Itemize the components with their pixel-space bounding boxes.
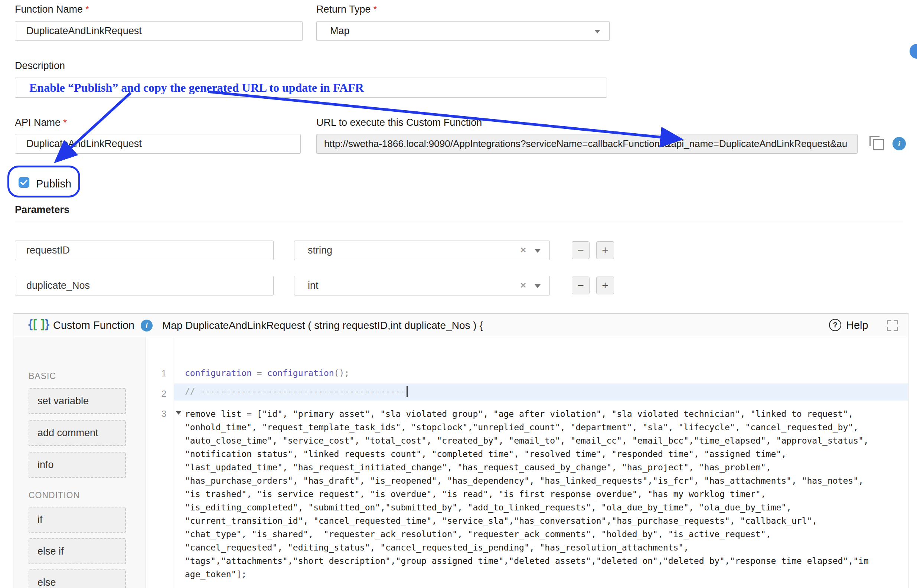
parameters-heading: Parameters <box>15 204 69 216</box>
fullscreen-icon[interactable] <box>887 320 898 331</box>
api-name-input[interactable]: DuplicateAndLinkRequest <box>15 134 301 153</box>
custom-function-icon: {[ ]} <box>28 317 50 331</box>
param-name-input[interactable]: duplicate_Nos <box>15 276 274 296</box>
sidebar-item-else[interactable]: else <box>29 569 126 588</box>
check-icon <box>20 180 27 185</box>
text-cursor <box>407 386 408 397</box>
required-asterisk: * <box>63 117 67 128</box>
chevron-down-icon[interactable] <box>594 30 600 34</box>
code-line-1: configuration = configuration(); <box>185 368 349 378</box>
param-name-input[interactable]: requestID <box>15 241 274 260</box>
help-button[interactable]: Help <box>846 319 869 331</box>
info-icon[interactable]: i <box>893 137 906 150</box>
sidebar-section-basic: BASIC <box>29 371 56 381</box>
sidebar-item-info[interactable]: info <box>29 452 126 478</box>
required-asterisk: * <box>86 4 89 15</box>
arrow-to-url <box>208 92 677 139</box>
line-number: 2 <box>161 389 166 399</box>
publish-checkbox[interactable] <box>19 177 29 188</box>
function-name-label: Function Name* <box>15 4 89 15</box>
param-type-select[interactable]: int ✕ <box>294 276 550 296</box>
editor-sidebar: BASIC set variable add comment info COND… <box>13 337 146 588</box>
function-signature: Map DuplicateAndLinkRequest ( string req… <box>162 320 483 331</box>
url-label: URL to execute this Custom Function <box>316 117 482 128</box>
param-type-select[interactable]: string ✕ <box>294 241 550 260</box>
line-number: 3 <box>161 409 166 419</box>
custom-function-panel: {[ ]} Custom Function i Map DuplicateAnd… <box>13 313 909 588</box>
return-type-select[interactable]: Map <box>316 21 610 41</box>
code-line-2: // -------------------------------------… <box>185 386 408 397</box>
floating-widget-partial[interactable] <box>910 44 917 59</box>
sidebar-item-add-comment[interactable]: add comment <box>29 420 126 446</box>
add-parameter-button[interactable]: + <box>596 276 614 294</box>
remove-parameter-button[interactable]: − <box>572 276 589 294</box>
sidebar-section-condition: CONDITION <box>29 490 80 501</box>
description-input[interactable]: Enable “Publish” and copy the generated … <box>15 78 607 98</box>
chevron-down-icon[interactable] <box>534 249 541 253</box>
publish-label: Publish <box>36 178 71 190</box>
required-asterisk: * <box>373 4 377 15</box>
editor-header: {[ ]} Custom Function i Map DuplicateAnd… <box>13 314 908 336</box>
chevron-down-icon[interactable] <box>534 284 541 288</box>
return-type-label: Return Type* <box>316 4 377 15</box>
url-input[interactable]: http://swetha-1866.local:9090/AppIntegra… <box>316 134 857 153</box>
sidebar-item-set-variable[interactable]: set variable <box>29 388 126 414</box>
editor-title: Custom Function <box>53 319 134 331</box>
code-line-3: remove_list = ["id", "primary_asset", "s… <box>185 407 869 581</box>
api-name-label: API Name* <box>15 117 67 128</box>
help-icon[interactable]: ? <box>829 319 841 331</box>
line-number-gutter: 1 2 3 4 5 <box>146 337 173 588</box>
info-icon[interactable]: i <box>141 320 153 331</box>
divider <box>15 221 903 222</box>
sidebar-item-if[interactable]: if <box>29 507 126 533</box>
code-fold-icon[interactable] <box>176 411 182 415</box>
clear-icon[interactable]: ✕ <box>520 246 526 255</box>
line-number: 1 <box>161 368 166 379</box>
copy-icon[interactable] <box>870 136 884 151</box>
clear-icon[interactable]: ✕ <box>520 281 526 290</box>
code-area[interactable]: configuration = configuration(); // ----… <box>174 337 908 588</box>
function-name-input[interactable]: DuplicateAndLinkRequest <box>15 21 303 41</box>
annotation-note: Enable “Publish” and copy the generated … <box>29 81 364 95</box>
remove-parameter-button[interactable]: − <box>572 241 589 259</box>
sidebar-item-else-if[interactable]: else if <box>29 538 126 564</box>
add-parameter-button[interactable]: + <box>596 241 614 259</box>
description-label: Description <box>15 60 65 72</box>
